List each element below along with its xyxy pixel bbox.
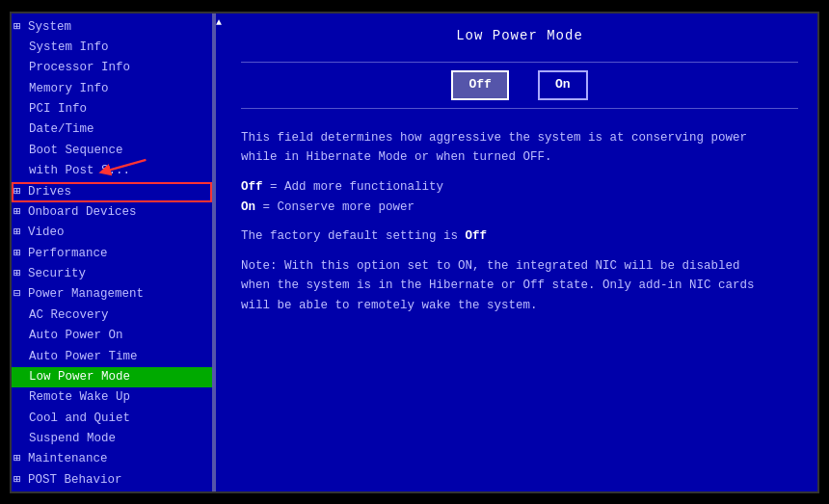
sidebar-item-video[interactable]: ⊞ Video [12,223,212,243]
sidebar-item-pci-info[interactable]: PCI Info [12,99,212,119]
sidebar-item-system[interactable]: ⊞ System [12,17,212,38]
factory-default: The factory default setting is Off [241,226,798,247]
sidebar-item-performance[interactable]: ⊞ Performance [12,244,212,264]
sidebar-item-drives[interactable]: ⊞ Drives [12,182,212,202]
toggle-off[interactable]: Off [451,70,508,100]
sidebar-item-system-info[interactable]: System Info [12,38,212,58]
sidebar-item-security[interactable]: ⊞ Security [12,264,212,284]
off-label: Off = Add more functionality [241,180,443,194]
sidebar-item-power-management[interactable]: ⊟ Power Management [12,284,212,305]
drives-box-wrapper: ⊞ Drives [12,182,212,202]
scroll-bar: ▲ [214,13,222,491]
sidebar-item-remote-wake-up[interactable]: Remote Wake Up [12,387,212,408]
sidebar-item-maintenance[interactable]: ⊞ Maintenance [12,449,212,469]
sidebar-item-low-power-mode[interactable]: Low Power Mode [12,367,212,387]
sidebar-item-auto-power-on[interactable]: Auto Power On [12,326,212,346]
sidebar-item-suspend-mode[interactable]: Suspend Mode [12,429,212,449]
sidebar-item-boot-sequence[interactable]: Boot Sequence [12,141,212,161]
sidebar-item-cool-and-quiet[interactable]: Cool and Quiet [12,409,212,429]
main-content: Low Power Mode Off On This field determi… [222,13,817,491]
sidebar-item-onboard-devices[interactable]: ⊞ Onboard Devices [12,202,212,223]
note-text: Note: With this option set to ON, the in… [241,256,798,316]
bios-screen: ⊞ SystemSystem InfoProcessor InfoMemory … [10,12,819,493]
sidebar-item-memory-info[interactable]: Memory Info [12,79,212,99]
sidebar-item-with-post[interactable]: with Post S... [12,161,212,181]
sidebar-item-date-time[interactable]: Date/Time [12,119,212,140]
page-title: Low Power Mode [241,25,798,46]
sidebar: ⊞ SystemSystem InfoProcessor InfoMemory … [12,13,214,491]
toggle-bar[interactable]: Off On [241,62,798,109]
sidebar-item-ac-recovery[interactable]: AC Recovery [12,305,212,326]
sidebar-item-post-behavior[interactable]: ⊞ POST Behavior [12,470,212,491]
sidebar-list: ⊞ SystemSystem InfoProcessor InfoMemory … [12,17,212,491]
on-label: On = Conserve more power [241,200,414,214]
sidebar-item-processor-info[interactable]: Processor Info [12,58,212,78]
desc-line1: This field determines how aggressive the… [241,128,798,168]
desc-options: Off = Add more functionality On = Conser… [241,177,798,217]
toggle-on[interactable]: On [538,70,588,100]
sidebar-item-auto-power-time[interactable]: Auto Power Time [12,347,212,367]
